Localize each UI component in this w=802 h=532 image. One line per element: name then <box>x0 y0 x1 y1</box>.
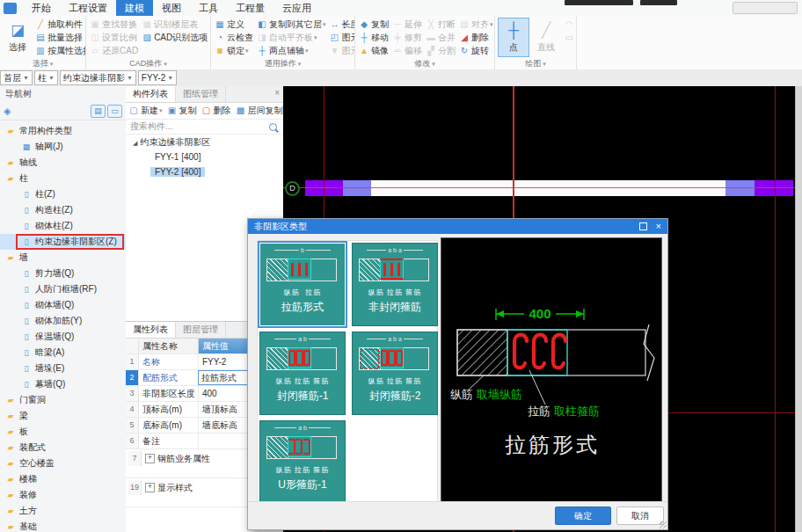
ribbon-button[interactable]: ◆复制 <box>358 18 390 31</box>
nav-tree-item[interactable]: ▯柱(Z) <box>0 186 126 202</box>
ribbon-tab[interactable]: 工程设置 <box>60 0 116 16</box>
ok-button[interactable]: 确定 <box>555 506 611 525</box>
canvas-scrollbar[interactable] <box>795 86 802 532</box>
nav-tree-item[interactable]: ▯墙垛(E) <box>0 361 126 376</box>
nav-tree-item[interactable]: ▯砌体加筋(Y) <box>0 313 126 329</box>
nav-tree-item[interactable]: ▰装修 <box>0 487 126 503</box>
nav-tree-item[interactable]: ▰轴线 <box>0 155 126 171</box>
panel-close-icon[interactable]: × <box>274 88 280 98</box>
nav-tree-item[interactable]: ▯剪力墙(Q) <box>0 266 126 281</box>
stirrup-type-card[interactable]: a b 纵筋 拉筋 箍筋 封闭箍筋-1 <box>259 332 346 415</box>
app-logo-icon[interactable] <box>4 3 17 14</box>
nav-tree-item[interactable]: ▯约束边缘非阴影区(Z) <box>0 234 126 250</box>
ribbon-button[interactable]: ◰图元存盘 <box>329 31 355 44</box>
stirrup-type-card[interactable]: b 纵筋 拉筋 拉筋形式 <box>259 243 346 326</box>
ribbon-tab[interactable]: 工具 <box>190 0 227 16</box>
context-dropdown[interactable]: FYY-2▼ <box>138 70 177 85</box>
ribbon-button[interactable]: ▼图元过滤 <box>329 44 355 57</box>
ribbon-group-label[interactable]: 通用操作 <box>211 58 354 69</box>
component-list-item[interactable]: FYY-1 [400] <box>126 149 283 164</box>
ribbon-tab[interactable]: 工程量 <box>227 0 273 16</box>
nav-tree-item[interactable]: ▰墙 <box>0 250 126 266</box>
expand-plus-icon[interactable]: + <box>145 483 155 492</box>
ribbon-tab[interactable]: 建模 <box>116 0 153 16</box>
ribbon-group-label[interactable]: CAD操作 <box>86 58 210 69</box>
ribbon-button[interactable]: ▦识别楼层表 <box>141 18 208 31</box>
ribbon-button[interactable]: ▥按属性选择 <box>34 44 86 57</box>
ribbon-button[interactable]: ▤对齐 <box>458 18 494 31</box>
dialog-restore-icon[interactable] <box>639 222 647 230</box>
ribbon-button[interactable]: ─延伸 <box>391 18 423 31</box>
context-dropdown[interactable]: 约束边缘非阴影▼ <box>60 70 136 85</box>
ribbon-button[interactable]: ◨自动平齐板 <box>256 31 327 44</box>
nav-tree-item[interactable]: ▰板 <box>0 424 126 440</box>
ribbon-button[interactable]: ↻旋转 <box>458 44 494 57</box>
card-view-button[interactable]: ▭ <box>107 105 122 118</box>
expander-icon[interactable]: ◢ <box>133 140 137 146</box>
ribbon-button[interactable]: ╱直线 <box>531 18 561 57</box>
component-search[interactable]: 搜索构件... <box>126 120 283 135</box>
ribbon-button[interactable]: ◙锁定 <box>214 44 254 57</box>
nav-tree-item[interactable]: ▰空心楼盖 <box>0 455 126 471</box>
nav-tree-item[interactable]: ▦轴网(J) <box>0 139 126 155</box>
quick-search-box[interactable] <box>733 2 798 14</box>
ribbon-button[interactable]: ▣查找替换 <box>89 18 139 31</box>
component-group-row[interactable]: ◢约束边缘非阴影区 <box>126 135 283 149</box>
dialog-title-bar[interactable]: 非阴影区类型 × <box>248 219 667 234</box>
ribbon-button[interactable]: ◫设置比例 <box>89 31 139 44</box>
ribbon-button[interactable]: ╱抽取构件 <box>34 18 86 31</box>
component-list-item[interactable]: FYY-2 [400] <box>126 164 283 179</box>
stirrup-type-card[interactable]: a b 纵筋 拉筋 箍筋 U形箍筋-1 <box>259 420 346 504</box>
ribbon-group-label[interactable]: 修改 <box>355 58 494 69</box>
ribbon-button[interactable]: ▭ <box>563 31 577 44</box>
dialog-close-icon[interactable]: × <box>656 222 661 231</box>
ribbon-tab[interactable]: 视图 <box>153 0 190 16</box>
ribbon-button[interactable]: ▱还原CAD <box>89 44 139 57</box>
list-view-button[interactable]: ▤ <box>91 105 106 118</box>
ribbon-group-label[interactable]: 选择 <box>0 58 85 69</box>
stirrup-type-card[interactable]: a b a 纵筋 拉筋 箍筋 封闭箍筋-2 <box>352 332 438 415</box>
ribbon-button[interactable]: ◔云检查 <box>214 31 254 44</box>
list-toolbar-button[interactable]: ▩层间复制 <box>236 105 283 117</box>
nav-tree-item[interactable]: ▰基础 <box>0 519 126 532</box>
expand-plus-icon[interactable]: + <box>145 454 155 463</box>
nav-tree-item[interactable]: ▰梁 <box>0 408 126 424</box>
nav-tree-item[interactable]: ▰柱 <box>0 171 126 186</box>
favorites-icon[interactable]: ◈ <box>4 106 11 117</box>
ribbon-button[interactable]: ◢删除 <box>458 31 494 44</box>
ribbon-button[interactable]: ╳打断 <box>425 18 456 31</box>
list-toolbar-button[interactable]: ▣复制 <box>167 105 197 117</box>
ribbon-button[interactable]: ▤批量选择 <box>34 31 86 44</box>
nav-tree-item[interactable]: ▯幕墙(Q) <box>0 376 126 392</box>
ribbon-button[interactable]: ↔长度标注 <box>329 18 355 31</box>
list-toolbar-button[interactable]: ▢新建 <box>128 105 163 117</box>
ribbon-button[interactable]: ═偏移 <box>391 44 423 57</box>
ribbon-button[interactable]: ▬合并 <box>425 31 456 44</box>
nav-tree-item[interactable]: ▰装配式 <box>0 440 126 455</box>
panel-tab[interactable]: 图纸管理 <box>176 86 226 102</box>
nav-tree-item[interactable]: ▰土方 <box>0 503 126 519</box>
ribbon-button[interactable]: ┼两点辅轴 <box>256 44 327 57</box>
nav-tree-item[interactable]: ▰常用构件类型 <box>0 123 126 139</box>
nav-tree-item[interactable]: ▯暗梁(A) <box>0 345 126 361</box>
ribbon-tab[interactable]: 云应用 <box>273 0 320 16</box>
ribbon-button[interactable]: ▨CAD识别选项 <box>141 31 208 44</box>
ribbon-button[interactable]: ┼移动 <box>358 31 390 44</box>
ribbon-button[interactable]: ▞分割 <box>425 44 456 57</box>
context-dropdown[interactable]: 柱▼ <box>34 70 58 85</box>
context-dropdown[interactable]: 首层▼ <box>0 70 33 85</box>
panel-tab[interactable]: 构件列表 <box>126 86 176 102</box>
ribbon-button[interactable]: ┼点 <box>498 18 529 57</box>
ribbon-button[interactable]: ◧复制到其它层 <box>256 18 327 31</box>
nav-tree-item[interactable]: ▯人防门框墙(RF) <box>0 281 126 297</box>
resize-grip[interactable] <box>660 521 667 528</box>
nav-tree-item[interactable]: ▯砌体柱(Z) <box>0 218 126 234</box>
nav-tree-item[interactable]: ▯保温墙(Q) <box>0 329 126 345</box>
ribbon-button[interactable]: ◪选择 <box>3 18 33 57</box>
cancel-button[interactable]: 取消 <box>616 506 664 525</box>
ribbon-tab[interactable]: 开始 <box>23 0 60 16</box>
search-icon[interactable] <box>269 123 277 131</box>
ribbon-button[interactable]: ▦定义 <box>214 18 254 31</box>
ribbon-button[interactable]: ▲镜像 <box>358 44 390 57</box>
nav-tree-item[interactable]: ▯砌体墙(Q) <box>0 297 126 313</box>
